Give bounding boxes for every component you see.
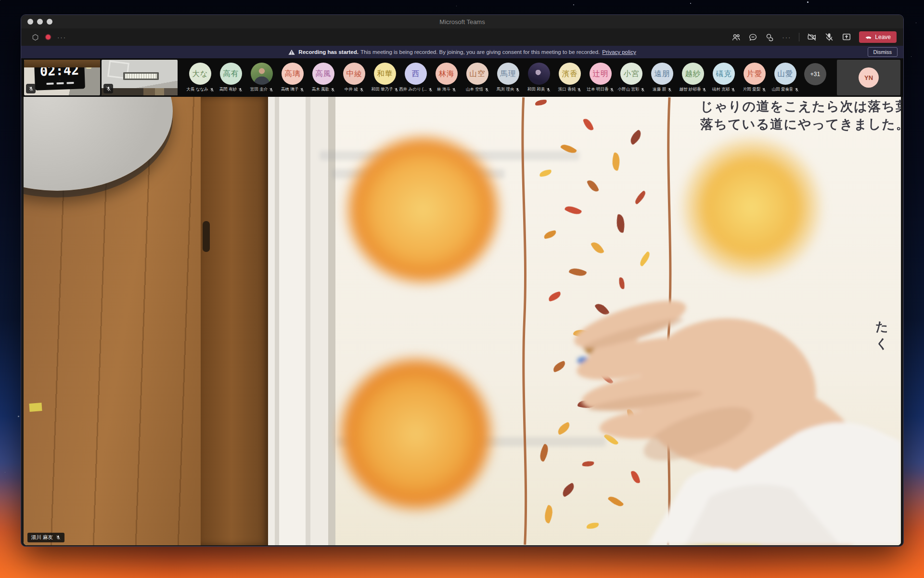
participant-avatar: 越紗 xyxy=(682,63,704,85)
participant-name: 高橋 璃子 xyxy=(281,87,304,92)
privacy-policy-link[interactable]: Privacy policy xyxy=(602,49,636,55)
mic-off-icon xyxy=(331,88,335,92)
participant-avatar: 山空 xyxy=(466,63,488,85)
self-avatar: YN xyxy=(859,67,879,88)
participant-tile[interactable]: 礒克 礒村 克耶 xyxy=(709,63,738,92)
participant-tile[interactable]: 辻明 辻本 明日香 xyxy=(586,63,615,92)
room-video-thumbnail[interactable] xyxy=(102,60,178,95)
participant-avatar: 小宮 xyxy=(620,63,642,85)
toolbar-divider xyxy=(799,33,799,41)
tablet-dots: ∴ xyxy=(59,79,61,81)
participant-avatar: 高有 xyxy=(220,63,242,85)
participant-tile[interactable]: 西 西井 みのり (... xyxy=(401,63,430,92)
participant-name: 小野山 宮彩 xyxy=(618,87,645,92)
participant-avatar: 大な xyxy=(189,63,211,85)
participant-name: 濱口 香純 xyxy=(558,87,581,92)
participant-name: 宮田 圭介 xyxy=(250,87,273,92)
participant-name: 片岡 愛梨 xyxy=(743,87,766,92)
participant-avatar: 高璃 xyxy=(282,63,304,85)
speaker-name-label: 湯川 麻友 xyxy=(27,533,64,542)
participant-tile[interactable]: 高風 高木 風歌 xyxy=(309,63,338,92)
participant-name: 礒村 克耶 xyxy=(712,87,735,92)
mic-off-icon xyxy=(300,88,304,92)
mic-off-badge xyxy=(103,84,113,93)
desk-edge xyxy=(24,60,100,67)
mic-off-icon xyxy=(238,88,243,92)
banner-text: This meeting is being recorded. By joini… xyxy=(360,49,600,55)
star xyxy=(456,6,457,6)
participant-name: 高木 風歌 xyxy=(312,87,335,92)
participant-name: 越智 紗耶香 xyxy=(680,87,707,92)
meeting-hexagon-icon[interactable] xyxy=(32,34,39,41)
mic-off-icon xyxy=(485,88,489,92)
participant-tile[interactable]: 濱香 濱口 香純 xyxy=(555,63,584,92)
participant-tile[interactable]: 山愛 山田 愛奏音 xyxy=(771,63,800,92)
camera-off-icon[interactable] xyxy=(807,32,817,42)
title-bar: Microsoft Teams xyxy=(21,15,903,28)
mic-off-icon xyxy=(795,88,799,92)
participant-name: 遠藤 朋 xyxy=(653,87,672,92)
mic-off-icon xyxy=(731,88,735,92)
participant-name: 林 海斗 xyxy=(437,87,456,92)
share-screen-icon[interactable] xyxy=(842,32,851,42)
reactions-icon[interactable] xyxy=(765,33,774,42)
recording-dot-icon xyxy=(46,35,51,39)
mic-off-icon xyxy=(210,88,214,92)
participant-list: 大な 大長 ななみ 高有 高間 有紗 宮田 圭介 高璃 高橋 璃子 高風 高木 … xyxy=(179,63,800,92)
star xyxy=(0,0,0,0)
participant-avatar: 林海 xyxy=(436,63,458,85)
hand-overlay xyxy=(24,97,901,545)
participant-tile[interactable]: 高有 高間 有紗 xyxy=(217,63,245,92)
mic-off-badge xyxy=(26,84,36,93)
timer-video-thumbnail[interactable]: 02:42 ∴ xyxy=(24,60,100,95)
main-stage-video[interactable]: じゃりの道をこえたら次は落ち葉 落ちている道にやってきました。 たく xyxy=(24,97,901,545)
participant-name: 中井 綾 xyxy=(345,87,364,92)
participant-name: 辻本 明日香 xyxy=(587,87,615,92)
participant-tile[interactable]: 越紗 越智 紗耶香 xyxy=(679,63,707,92)
speaker-name: 湯川 麻友 xyxy=(31,534,53,541)
overflow-count-badge[interactable]: +31 xyxy=(804,63,826,85)
warning-icon xyxy=(288,49,295,55)
more-icon[interactable]: ··· xyxy=(57,34,66,41)
self-video-tile[interactable]: YN xyxy=(837,60,900,95)
ceiling-light xyxy=(123,72,159,80)
mic-off-icon xyxy=(667,88,672,92)
participant-avatar: 辻明 xyxy=(590,63,612,85)
teams-window: Microsoft Teams ··· ··· xyxy=(21,14,904,547)
participant-tile[interactable]: 中綾 中井 綾 xyxy=(340,63,369,92)
participant-tile[interactable]: 遠朋 遠藤 朋 xyxy=(648,63,677,92)
participant-tile[interactable]: 大な 大長 ななみ xyxy=(186,63,215,92)
participant-tile[interactable]: 林海 林 海斗 xyxy=(432,63,461,92)
people-icon[interactable] xyxy=(732,33,741,42)
star xyxy=(573,4,574,5)
leave-button[interactable]: Leave xyxy=(859,31,897,43)
mic-off-icon xyxy=(702,88,706,92)
more-options-icon[interactable]: ··· xyxy=(782,34,791,41)
participant-tile[interactable]: 片愛 片岡 愛梨 xyxy=(740,63,769,92)
participant-tile[interactable]: 高璃 高橋 璃子 xyxy=(278,63,307,92)
mic-off-icon xyxy=(269,88,273,92)
mic-off-icon[interactable] xyxy=(824,32,834,42)
star xyxy=(807,1,808,3)
participant-tile[interactable]: 宮田 圭介 xyxy=(247,63,276,92)
participant-tile[interactable]: 和華 和田 華乃子 xyxy=(371,63,399,92)
participant-name: 和田 華乃子 xyxy=(372,87,399,92)
dismiss-button[interactable]: Dismiss xyxy=(868,47,898,57)
participant-avatar xyxy=(251,63,273,85)
chat-icon[interactable] xyxy=(748,33,757,42)
participant-filmstrip: 02:42 ∴ 大な 大長 ななみ 高有 高間 有紗 xyxy=(21,58,903,97)
participant-avatar: 山愛 xyxy=(774,63,796,85)
participant-avatar: 西 xyxy=(405,63,427,85)
participant-tile[interactable]: 山空 山本 空悟 xyxy=(463,63,492,92)
meeting-toolbar: ··· ··· Leave xyxy=(21,28,903,46)
participant-tile[interactable]: 小宮 小野山 宮彩 xyxy=(617,63,646,92)
participant-avatar: 馬理 xyxy=(497,63,519,85)
mic-off-icon xyxy=(359,88,364,92)
participant-name: 山田 愛奏音 xyxy=(772,87,799,92)
participant-avatar: 遠朋 xyxy=(651,63,673,85)
participant-name: 山本 空悟 xyxy=(466,87,489,92)
participant-tile[interactable]: 和田 和美 xyxy=(525,63,553,92)
mic-off-icon xyxy=(394,88,398,92)
participant-name: 高間 有紗 xyxy=(219,87,243,92)
participant-tile[interactable]: 馬理 馬渕 理央 xyxy=(494,63,523,92)
